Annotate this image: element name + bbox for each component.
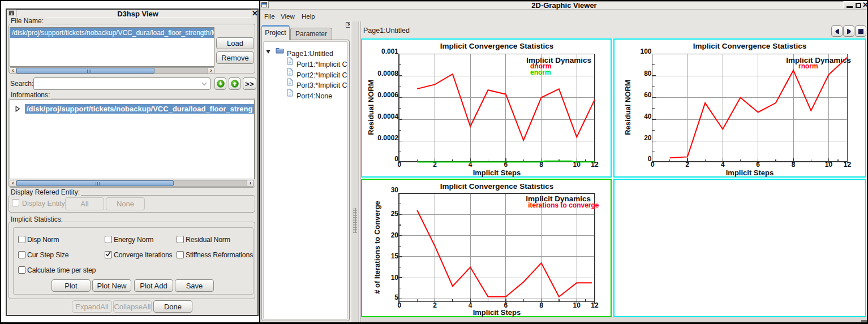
svg-text:0: 0 [398, 301, 402, 309]
svg-text:0: 0 [651, 161, 655, 169]
svg-text:8: 8 [792, 161, 796, 169]
svg-text:Implicit Steps: Implicit Steps [726, 169, 774, 177]
svg-text:15: 15 [391, 252, 399, 260]
svg-text:12: 12 [591, 301, 599, 309]
svg-text:12: 12 [844, 161, 852, 169]
svg-text:10: 10 [391, 274, 399, 282]
svg-text:60: 60 [644, 91, 652, 99]
svg-text:80: 80 [644, 70, 652, 77]
svg-text:100: 100 [640, 47, 651, 55]
svg-text:Implicit Steps: Implicit Steps [473, 169, 521, 177]
svg-text:iterations to converge: iterations to converge [528, 201, 599, 209]
svg-text:0.0002: 0.0002 [377, 134, 398, 142]
svg-text:# of Iterations to Converge: # of Iterations to Converge [373, 201, 381, 294]
svg-text:enorm: enorm [530, 68, 551, 76]
svg-text:2: 2 [686, 161, 690, 169]
svg-text:40: 40 [644, 113, 652, 120]
svg-text:8: 8 [539, 301, 543, 309]
svg-text:20: 20 [644, 134, 652, 142]
svg-text:Implicit Steps: Implicit Steps [473, 308, 521, 317]
svg-text:0.0008: 0.0008 [377, 70, 398, 77]
svg-text:0.0004: 0.0004 [377, 113, 398, 120]
svg-text:10: 10 [825, 161, 833, 169]
svg-text:Residual NORM: Residual NORM [624, 80, 632, 135]
svg-text:4: 4 [721, 161, 725, 169]
svg-text:2: 2 [433, 301, 437, 309]
svg-text:0.001: 0.001 [381, 47, 398, 55]
svg-text:5: 5 [394, 293, 398, 301]
svg-text:30: 30 [391, 186, 399, 194]
svg-text:25: 25 [391, 210, 399, 218]
svg-text:4: 4 [469, 301, 472, 309]
svg-text:20: 20 [391, 231, 399, 239]
svg-text:Implicit Convergence Statistic: Implicit Convergence Statistics [440, 182, 553, 191]
svg-text:Residual NORM: Residual NORM [367, 80, 375, 135]
svg-text:6: 6 [756, 161, 760, 169]
svg-text:10: 10 [573, 301, 581, 309]
svg-text:0: 0 [398, 161, 402, 169]
svg-text:0.0006: 0.0006 [377, 91, 398, 99]
svg-text:Implicit Convergence Statistic: Implicit Convergence Statistics [693, 42, 806, 50]
svg-text:Implicit Convergence Statistic: Implicit Convergence Statistics [440, 42, 553, 50]
svg-text:rnorm: rnorm [798, 62, 818, 70]
